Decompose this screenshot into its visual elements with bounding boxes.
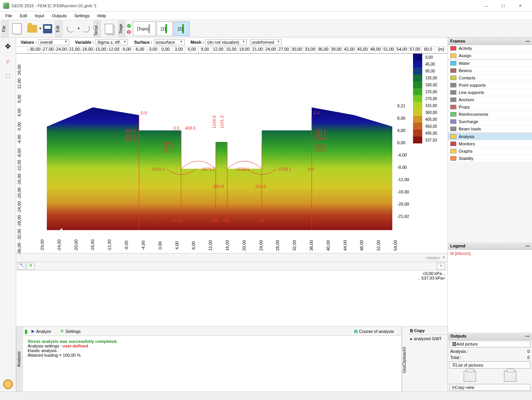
geoclipboard-label: GeoClipboard™ — [402, 327, 408, 392]
open-button[interactable]: ▼ — [25, 22, 39, 36]
zoom-button[interactable]: ⌕ — [2, 54, 15, 67]
svg-text:1154.9: 1154.9 — [212, 115, 216, 128]
chevron-down-icon[interactable]: ▼ — [442, 256, 445, 259]
menu-file[interactable]: File — [2, 13, 16, 19]
frame-item-assign[interactable]: Assign — [448, 52, 532, 59]
close-button[interactable]: ✕ — [512, 0, 529, 11]
copy-icon: ⎘ — [452, 385, 455, 390]
add-picture-button[interactable]: 🖼 Add picture — [449, 341, 530, 347]
menu-outputs[interactable]: Outputs — [48, 13, 71, 19]
minimize-button[interactable]: — — [477, 0, 494, 11]
edit-tab[interactable]: Edit — [55, 21, 62, 37]
template-button[interactable] — [102, 22, 116, 36]
canvas[interactable]: -30,00-27,00-24,00-21,00-18,00-15,00-12,… — [16, 47, 448, 326]
list-pictures-button[interactable]: ☰ List of pictures — [449, 361, 530, 369]
save-button[interactable]: ▼ — [41, 22, 55, 36]
frame-item-water[interactable]: Water — [448, 59, 532, 67]
frame-item-contacts[interactable]: Contacts — [448, 74, 532, 82]
copy-header: Copy — [414, 328, 425, 333]
legend-collapse[interactable]: — — [525, 244, 530, 248]
frame-item-beam-loads[interactable]: Beam loads — [448, 125, 532, 133]
mesh-select[interactable]: (do not visualize) — [205, 39, 246, 45]
frame-item-activity[interactable]: Activity — [448, 45, 532, 52]
svg-text:-1558.1: -1558.1 — [235, 167, 249, 171]
outputs-header: Outputs— — [448, 333, 532, 340]
stage-label: Stage — [118, 21, 125, 37]
frame-item-stability[interactable]: Stability — [448, 155, 532, 162]
menu-settings[interactable]: Settings — [71, 13, 94, 19]
frame-item-props[interactable]: Props — [448, 104, 532, 111]
outputs-collapse[interactable]: — — [525, 334, 530, 338]
svg-text:218.2: 218.2 — [316, 148, 326, 152]
print-button-2[interactable] — [504, 371, 516, 382]
variable-select[interactable]: Sigma z, eff. — [96, 39, 128, 45]
save-disk-icon — [43, 24, 52, 33]
frame-item-surcharge[interactable]: Surcharge — [448, 118, 532, 125]
svg-text:0.0: 0.0 — [314, 110, 319, 115]
frame-item-anchors[interactable]: Anchors — [448, 96, 532, 104]
gear-icon — [3, 379, 13, 389]
frame-item-point-supports[interactable]: Point supports — [448, 82, 532, 89]
frame-item-analysis[interactable]: Analysis — [448, 133, 532, 140]
stage-topo[interactable]: [Topo] — [133, 21, 156, 36]
copy-view-button[interactable]: ⎘ Copy view — [449, 384, 530, 391]
arrow-button[interactable]: ↘ — [437, 263, 444, 270]
file-tab[interactable]: File — [2, 21, 8, 37]
analysis-settings-button[interactable]: ✲Settings — [57, 328, 84, 334]
color-scale: 0,0045,0090,00135,00180,00225,00270,0031… — [413, 54, 448, 143]
frame-item-graphs[interactable]: Graphs — [448, 148, 532, 155]
frame-item-reinforcements[interactable]: Reinforcements — [448, 111, 532, 118]
pan-button[interactable]: ✥ — [2, 40, 15, 53]
copy-icon: ⎘ — [410, 328, 414, 333]
surface-select[interactable]: isosurface — [154, 39, 185, 45]
svg-text:0.0: 0.0 — [223, 218, 229, 222]
frame-item-beams[interactable]: Beams — [448, 67, 532, 74]
analyze-button[interactable]: ▶Analyze — [28, 328, 54, 334]
frame-item-monitors[interactable]: Monitors — [448, 140, 532, 148]
surface-label: Surface : — [134, 40, 152, 44]
redo-button[interactable]: ▼ — [79, 22, 93, 36]
selection-bar: <none> ▼ — [16, 253, 448, 262]
menu-bar: File Edit Input Outputs Settings Help — [0, 12, 532, 20]
menu-help[interactable]: Help — [93, 13, 110, 19]
frames-list: ActivityAssignWaterBeamsContactsPoint su… — [448, 45, 532, 162]
add-point-button[interactable]: ⊕ — [27, 263, 35, 270]
menu-input[interactable]: Input — [31, 13, 48, 19]
value-range: <0,00 kPa .. .. 537,93 kPa> — [16, 270, 448, 281]
add-stage-button[interactable]: ⊕ — [127, 23, 131, 29]
analysis-panel: Analysis ▮ ▶Analyze ✲Settings ▦Course of… — [16, 326, 448, 392]
copy-analyzed-gwt[interactable]: ▸ analyzed GWT — [408, 335, 448, 343]
values-label: Values : — [21, 40, 37, 44]
print-button-1[interactable] — [464, 371, 476, 382]
remove-stage-button[interactable]: ⊖ — [127, 29, 131, 35]
fit-button[interactable]: ⛶ — [2, 69, 15, 82]
open-folder-icon — [27, 25, 37, 33]
undo-button[interactable]: ▼ — [64, 22, 78, 36]
right-panel: Frames— ActivityAssignWaterBeamsContacts… — [448, 38, 532, 392]
course-button[interactable]: ▦Course of analysis — [351, 328, 397, 334]
template-tab[interactable]: Templ... — [94, 21, 101, 37]
svg-text:0.0: 0.0 — [173, 126, 179, 130]
stage-1[interactable]: [1] — [157, 21, 173, 36]
frame-item-line-supports[interactable]: Line supports — [448, 89, 532, 96]
ruler-top: -30,00-27,00-24,00-21,00-18,00-15,00-12,… — [16, 47, 448, 54]
settings-gear-button[interactable] — [2, 378, 15, 391]
stage-2[interactable]: [2] — [173, 21, 190, 36]
frames-collapse[interactable]: — — [525, 39, 530, 43]
template-icon — [105, 24, 113, 34]
wrench-button[interactable]: 🔧 — [18, 263, 25, 270]
maximize-button[interactable]: ☐ — [494, 0, 512, 11]
mesh-label: Mesh : — [191, 40, 204, 44]
move-icon: ✥ — [5, 42, 11, 51]
menu-edit[interactable]: Edit — [16, 13, 31, 19]
options-bar: Values : overall Variable : Sigma z, eff… — [16, 38, 448, 47]
title-bar: GEO5 2016 - FEM [C:\FEM\screen-01.gmk *]… — [0, 0, 532, 12]
values-select[interactable]: overall — [38, 39, 69, 45]
analysis-tab-label: Analysis — [16, 327, 23, 392]
deform-select[interactable]: undeformed — [250, 39, 282, 45]
new-button[interactable] — [10, 22, 24, 36]
svg-text:-1530.1: -1530.1 — [277, 167, 291, 171]
contour-plot: 0.00.0 0.0408.6 151.1151.1 198.8304.6 21… — [47, 104, 392, 230]
analysis-count-label: Analysis : — [450, 349, 468, 354]
list-icon: ☰ — [452, 362, 456, 367]
